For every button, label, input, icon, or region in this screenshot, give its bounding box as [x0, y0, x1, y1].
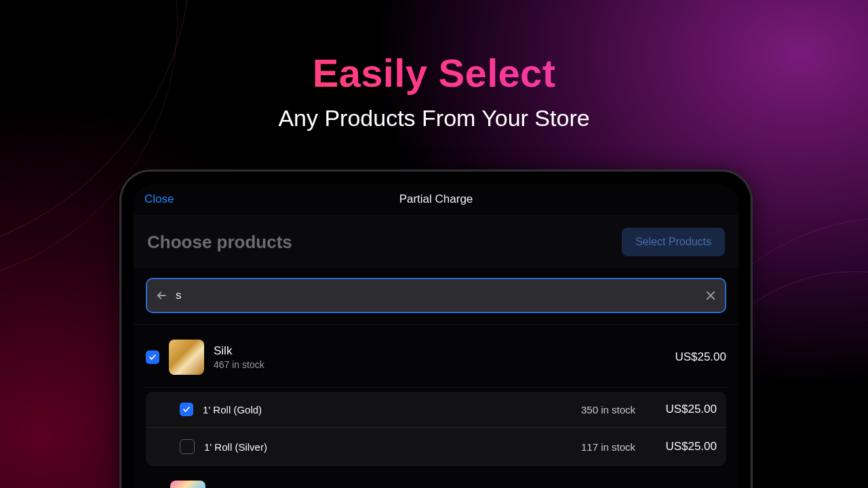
product-price: US$25.00 — [645, 350, 726, 364]
navbar-title: Partial Charge — [399, 192, 473, 206]
variant-stock: 350 in stock — [540, 404, 635, 415]
product-name: Silk — [214, 344, 645, 358]
back-arrow-icon[interactable] — [155, 289, 167, 302]
variant-price: US$25.00 — [635, 440, 717, 453]
product-thumbnail — [170, 481, 205, 488]
variant-name: 1' Roll (Silver) — [204, 441, 540, 453]
product-list: Silk 467 in stock US$25.00 1' Roll (Gold… — [134, 325, 738, 488]
variant-stock: 117 in stock — [540, 441, 635, 453]
page-title: Choose products — [147, 232, 292, 253]
close-button[interactable]: Close — [144, 184, 174, 215]
search-field[interactable] — [146, 278, 726, 313]
variant-checkbox[interactable] — [180, 439, 195, 454]
tablet-frame: Close Partial Charge Choose products Sel… — [119, 169, 753, 488]
variant-row[interactable]: 1' Roll (Silver) 117 in stock US$25.00 — [146, 428, 726, 466]
product-checkbox[interactable] — [146, 350, 159, 364]
navbar: Close Partial Charge — [134, 184, 738, 216]
marketing-subtitle: Any Products From Your Store — [0, 105, 868, 131]
clear-search-icon[interactable] — [705, 289, 717, 302]
product-row[interactable]: Sweet Candy — [146, 466, 726, 488]
variant-checkbox[interactable] — [180, 403, 193, 416]
page-header: Choose products Select Products — [134, 216, 738, 268]
search-input[interactable] — [167, 289, 705, 302]
product-stock: 467 in stock — [214, 359, 645, 370]
product-thumbnail — [169, 340, 204, 375]
variant-price: US$25.00 — [635, 403, 717, 416]
product-row[interactable]: Silk 467 in stock US$25.00 — [146, 325, 726, 388]
app-screen: Close Partial Charge Choose products Sel… — [134, 184, 738, 488]
variant-name: 1' Roll (Gold) — [203, 404, 540, 415]
marketing-title: Easily Select — [0, 50, 868, 96]
select-products-button[interactable]: Select Products — [622, 228, 725, 256]
variant-row[interactable]: 1' Roll (Gold) 350 in stock US$25.00 — [146, 392, 726, 428]
